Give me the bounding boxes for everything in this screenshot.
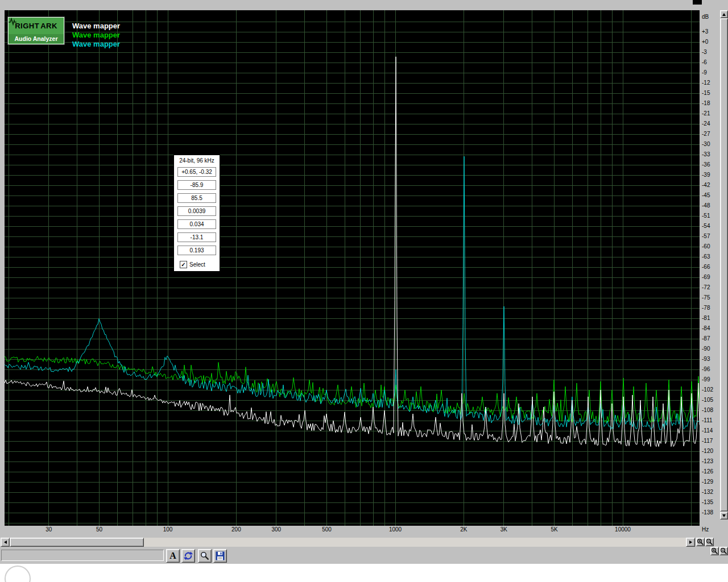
zoom-in-horizontal-button[interactable] (696, 538, 705, 546)
legend-item: Wave mapper (72, 31, 120, 40)
frequency-tick-label: 3K (500, 526, 507, 533)
db-tick-label: -111 (702, 417, 713, 423)
db-tick-label: -9 (702, 69, 707, 76)
db-tick-label: -36 (702, 161, 710, 168)
left-arrow-icon (4, 541, 7, 544)
refresh-button[interactable] (181, 549, 195, 563)
measurement-panel[interactable]: 24-bit, 96 kHz +0.65, -0.32-85.985.50.00… (173, 155, 220, 272)
db-tick-label: -129 (702, 479, 713, 485)
db-tick-label: -27 (702, 131, 710, 137)
db-tick-label: -75 (702, 294, 710, 301)
magnifier-plus-icon (697, 538, 704, 546)
frequency-tick-label: 10000 (615, 526, 631, 533)
down-arrow-icon (722, 514, 726, 517)
frequency-tick-label: 50 (96, 526, 102, 533)
db-tick-label: -123 (702, 458, 713, 464)
hz-unit-label: Hz (702, 526, 709, 533)
db-tick-label: -12 (702, 80, 710, 86)
db-tick-label: -66 (702, 264, 710, 270)
db-tick-label: -117 (702, 438, 713, 444)
spectrum-chart (5, 10, 700, 526)
scroll-down-button[interactable] (720, 512, 728, 519)
measurement-value: 0.193 (177, 246, 216, 255)
db-tick-label: -15 (702, 90, 710, 96)
db-tick-label: -87 (702, 335, 710, 342)
zoom-out-vertical-button[interactable] (719, 547, 728, 555)
frequency-tick-label: 5K (551, 526, 557, 533)
frequency-axis: 305010020030050010002K3K5K10000 (5, 526, 700, 535)
db-tick-label: -63 (702, 253, 710, 260)
refresh-icon (183, 551, 193, 561)
horizontal-scroll-thumb[interactable] (10, 538, 144, 547)
db-tick-label: -105 (702, 397, 713, 403)
save-button[interactable] (213, 549, 227, 563)
db-tick-label: -72 (702, 284, 710, 290)
spectrum-plot-area[interactable]: RIGHT ARK Audio Analyzer Wave mapperWave… (5, 10, 700, 526)
db-tick-label: -135 (702, 499, 713, 505)
scroll-up-button[interactable] (720, 10, 728, 18)
right-arrow-icon (689, 541, 692, 544)
scroll-right-button[interactable] (686, 538, 695, 547)
db-tick-label: -21 (702, 110, 710, 117)
frequency-tick-label: 300 (272, 526, 282, 533)
analyzer-window: RIGHT ARK Audio Analyzer Wave mapperWave… (0, 0, 728, 564)
db-tick-label: -126 (702, 468, 713, 475)
vertical-scroll-track[interactable] (720, 18, 728, 512)
db-tick-label: -69 (702, 274, 710, 280)
frequency-tick-label: 100 (163, 526, 173, 533)
measurement-value: 0.034 (177, 219, 216, 229)
horizontal-scroll-track[interactable] (10, 538, 686, 547)
db-tick-label: -93 (702, 356, 710, 362)
db-tick-label: -138 (702, 509, 713, 516)
db-unit-label: dB (702, 14, 709, 20)
select-checkbox[interactable]: ✓ (180, 261, 187, 268)
magnifier-plus-icon (711, 547, 718, 555)
db-tick-label: -24 (702, 120, 710, 127)
horizontal-scrollbar[interactable] (1, 538, 695, 547)
db-tick-label: -39 (702, 172, 710, 178)
legend: Wave mapperWave mapperWave mapper (72, 22, 120, 49)
db-tick-label: -30 (702, 141, 710, 147)
legend-item: Wave mapper (72, 40, 120, 49)
db-tick-label: -3 (702, 49, 707, 55)
measurement-values: +0.65, -0.32-85.985.50.00390.034-13.10.1… (174, 167, 220, 255)
magnifier-minus-icon (706, 538, 713, 546)
frequency-tick-label: 1000 (389, 526, 402, 533)
vertical-scroll-thumb[interactable] (720, 18, 728, 512)
db-tick-label: -114 (702, 427, 713, 434)
frequency-tick-label: 500 (322, 526, 332, 533)
db-tick-label: -84 (702, 325, 710, 331)
floppy-icon (215, 551, 225, 561)
status-bar: Cursor: 2488 Hz, left = -117.53 dB, righ… (1, 550, 164, 561)
font-button[interactable]: A (166, 549, 180, 563)
frequency-tick-label: 200 (231, 526, 241, 533)
measurement-value: +0.65, -0.32 (177, 167, 216, 177)
frequency-tick-label: 30 (46, 526, 52, 533)
logo-text-ark: ARK (40, 22, 57, 30)
zoom-in-vertical-button[interactable] (710, 547, 719, 555)
logo-subtitle: Audio Analyzer (9, 34, 64, 43)
zoom-out-horizontal-button[interactable] (705, 538, 714, 546)
magnifier-icon (200, 551, 210, 561)
logo-title-row: RIGHT ARK (9, 18, 64, 34)
db-tick-label: -102 (702, 386, 713, 393)
window-corner-block (693, 0, 702, 5)
db-tick-label: -45 (702, 192, 710, 198)
db-tick-label: -90 (702, 346, 710, 352)
db-tick-label: -48 (702, 202, 710, 209)
db-tick-label: -33 (702, 151, 710, 157)
scroll-left-button[interactable] (1, 538, 10, 547)
db-tick-label: -51 (702, 213, 710, 219)
vertical-scrollbar[interactable] (720, 10, 728, 519)
logo-text-right: RIGHT (15, 22, 39, 30)
frequency-tick-label: 2K (460, 526, 467, 533)
sample-format-label: 24-bit, 96 kHz (174, 155, 220, 164)
select-label: Select (189, 261, 205, 268)
db-tick-label: -6 (702, 59, 707, 65)
db-axis: dB +3+0-3-6-9-12-15-18-21-24-27-30-33-36… (702, 0, 719, 540)
zoom-tool-button[interactable] (198, 549, 212, 563)
db-tick-label: -108 (702, 407, 713, 413)
db-tick-label: -18 (702, 100, 710, 106)
db-tick-label: -54 (702, 223, 710, 229)
measurement-value: 85.5 (177, 193, 216, 203)
